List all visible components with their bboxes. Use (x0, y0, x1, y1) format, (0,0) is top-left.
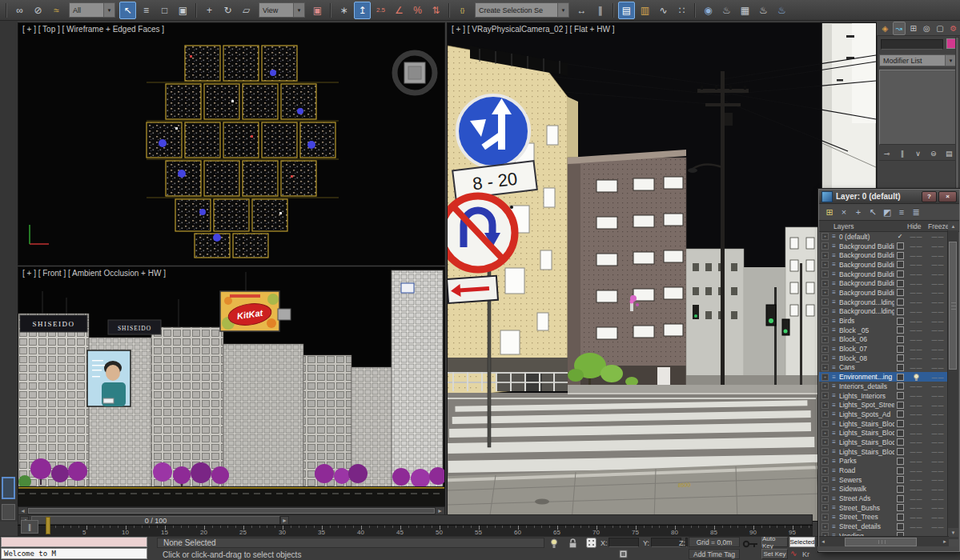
layer-checkbox-cell[interactable] (894, 326, 906, 334)
hide-cell[interactable]: —— (906, 346, 927, 352)
freeze-cell[interactable]: —— (927, 262, 949, 267)
hide-cell[interactable]: —— (906, 524, 927, 530)
layer-name[interactable]: Parks (839, 457, 894, 465)
freeze-cell[interactable]: —— (927, 430, 949, 436)
layer-checkbox-cell[interactable] (894, 346, 906, 353)
scene-explorer-icon[interactable]: ▥ (637, 2, 653, 19)
hide-cell[interactable]: —— (906, 318, 927, 324)
schematic-view-icon[interactable]: ∷ (673, 2, 690, 19)
layer-name[interactable]: Lights_Stairs_Block_ (839, 448, 894, 456)
hide-cell[interactable]: —— (906, 243, 927, 249)
current-layer-cell[interactable]: ✓ (894, 234, 906, 240)
layer-name[interactable]: Lights_Spots_Ad (839, 410, 894, 418)
layer-checkbox-cell[interactable] (894, 438, 906, 446)
layer-row[interactable]: +≡Block _05———— (819, 326, 949, 335)
key-filters-curve-icon[interactable]: ∿ (790, 549, 797, 558)
layer-name[interactable]: Environment...ing (839, 373, 894, 381)
tab-display[interactable]: ▢ (934, 22, 946, 34)
layer-name[interactable]: Street_details (839, 522, 894, 530)
freeze-cell[interactable]: —— (927, 514, 949, 520)
expand-icon[interactable]: + (821, 420, 829, 427)
layer-checkbox-cell[interactable] (894, 458, 906, 465)
mini-curve-editor-button[interactable]: ∥ (21, 520, 38, 534)
spinner-snap-icon[interactable]: ⇅ (428, 2, 444, 19)
selection-region-icon[interactable]: □ (156, 2, 173, 19)
layer-row[interactable]: +≡Street_details———— (819, 522, 949, 531)
viewport-camera-label[interactable]: [ + ] [ VRayPhysicalCamera_02 ] [ Flat +… (452, 25, 614, 34)
layer-checkbox-cell[interactable] (894, 467, 906, 474)
dropdown-arrow-icon[interactable]: ▼ (293, 3, 304, 17)
layer-name[interactable]: Sidewalk (839, 485, 894, 493)
expand-icon[interactable]: + (821, 402, 829, 409)
layer-row[interactable]: +≡Background Building———— (819, 250, 949, 260)
layer-checkbox-cell[interactable] (894, 476, 906, 483)
layer-name[interactable]: Background...ldings (839, 298, 894, 306)
render-iray-icon[interactable]: ♨ (773, 2, 790, 19)
freeze-cell[interactable]: —— (927, 449, 949, 454)
expand-icon[interactable]: + (821, 270, 829, 278)
time-slider-thumb[interactable]: 0 / 100 (31, 516, 280, 525)
expand-icon[interactable]: + (821, 392, 829, 399)
expand-icon[interactable]: + (821, 448, 829, 455)
expand-icon[interactable]: + (821, 486, 829, 493)
layer-row[interactable]: +≡Block_06———— (819, 335, 949, 345)
layer-row[interactable]: +≡Background...ldings———— (819, 298, 949, 307)
freeze-cell[interactable]: —— (927, 365, 949, 370)
hide-cell[interactable]: —— (906, 411, 927, 417)
layer-row[interactable]: +≡Street_Trees———— (819, 513, 949, 522)
layer-name[interactable]: Street Ads (839, 494, 894, 502)
mirror-icon[interactable]: ↔ (573, 2, 590, 19)
layer-checkbox-cell[interactable] (894, 270, 906, 278)
layer-checkbox-cell[interactable] (894, 336, 906, 343)
select-layer-objects-button[interactable]: ↖ (866, 206, 880, 218)
layer-row[interactable]: +≡0 (default)✓———— (819, 232, 949, 242)
layer-name[interactable]: Road (839, 466, 894, 474)
freeze-cell[interactable]: —— (927, 309, 949, 314)
transform-gizmo-icon[interactable] (586, 538, 596, 548)
hide-cell[interactable]: —— (906, 234, 927, 239)
close-button[interactable]: × (938, 191, 957, 202)
bind-to-spacewarp-icon[interactable]: ≈ (48, 2, 65, 19)
freeze-cell[interactable]: —— (927, 411, 949, 417)
layer-checkbox-cell[interactable] (894, 298, 906, 306)
layer-checkbox-cell[interactable] (894, 392, 906, 399)
column-hide[interactable]: Hide (907, 222, 921, 230)
layer-name[interactable]: Block _05 (839, 326, 894, 334)
layer-name[interactable]: Background...ldings (839, 307, 894, 315)
expand-icon[interactable]: + (821, 504, 829, 511)
layer-checkbox-cell[interactable] (894, 354, 906, 362)
hide-cell[interactable]: —— (906, 430, 927, 436)
layer-name[interactable]: Lights_Spot_Street (839, 401, 894, 409)
tab-motion[interactable]: ◎ (921, 22, 933, 34)
viewport-nav-box[interactable] (2, 504, 15, 520)
layer-name[interactable]: Background Building (839, 242, 894, 250)
align-icon[interactable]: ∥ (592, 2, 609, 19)
dropdown-arrow-icon[interactable]: ▼ (945, 55, 956, 66)
curve-editor-icon[interactable]: ∿ (655, 2, 672, 19)
layer-row[interactable]: +≡Sewers———— (819, 475, 949, 485)
expand-icon[interactable]: + (821, 467, 829, 474)
layer-name[interactable]: Sewers (839, 476, 894, 484)
expand-icon[interactable]: + (821, 438, 829, 446)
layer-checkbox-cell[interactable] (894, 402, 906, 409)
scroll-left-icon[interactable]: ◄ (819, 538, 827, 546)
layer-checkbox-cell[interactable] (894, 374, 906, 381)
freeze-cell[interactable]: —— (927, 271, 949, 277)
material-editor-icon[interactable]: ◉ (700, 2, 717, 19)
hide-cell[interactable]: —— (906, 421, 927, 426)
modifier-list-dropdown[interactable]: Modifier List ▼ (879, 54, 957, 66)
freeze-cell[interactable]: —— (927, 393, 949, 398)
hide-cell[interactable]: —— (906, 253, 927, 258)
auto-key-button[interactable]: Auto Key (761, 537, 788, 547)
freeze-cell[interactable]: —— (927, 383, 949, 389)
layer-row[interactable]: +≡Lights_Stairs_Block_———— (819, 447, 949, 457)
layer-row[interactable]: +≡Lights_Stairs_Block_———— (819, 438, 949, 447)
freeze-cell[interactable]: —— (927, 327, 949, 333)
freeze-cell[interactable]: —— (927, 477, 949, 482)
layer-name[interactable]: Block_07 (839, 345, 894, 353)
expand-icon[interactable]: + (821, 382, 829, 390)
layer-checkbox-cell[interactable] (894, 523, 906, 530)
modifier-stack[interactable] (879, 70, 957, 145)
layer-name[interactable]: Birds (839, 317, 894, 325)
layer-row[interactable]: +≡Lights_Interiors———— (819, 391, 949, 401)
